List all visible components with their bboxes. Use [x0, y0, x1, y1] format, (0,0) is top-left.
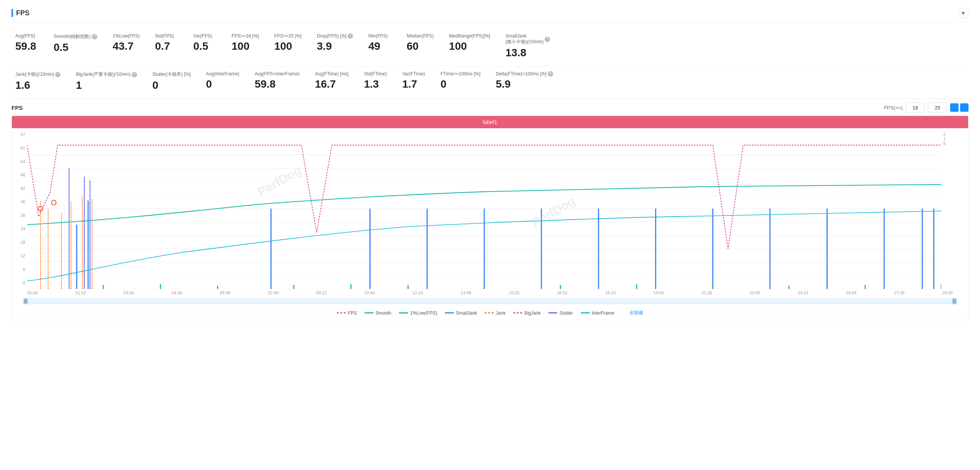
fps-chart-icon-2[interactable] [960, 103, 969, 112]
legend-label-1pctlow-legend: 1%Low(FPS) [410, 310, 437, 316]
help-icon-jank[interactable]: ? [55, 72, 60, 77]
x-axis-label: 01:32 [75, 290, 86, 295]
x-axis-label: 13:48 [461, 290, 471, 295]
metric-value-ftime-100ms: 0 [441, 78, 447, 90]
y-axis-right-label: 1 [943, 137, 964, 141]
metric-value-smalljank: 13.8 [505, 47, 526, 59]
legend-item-smalljank-legend[interactable]: SmallJank [445, 310, 477, 316]
legend-color-stutter-legend [548, 312, 557, 313]
metric-avg-fps-interframe: Avg(FPS+InterFrame)59.8 [251, 68, 311, 95]
metric-label-var-ftime: Var(FTime) [402, 71, 425, 77]
metric-value-median-fps: 60 [407, 40, 418, 52]
fps-chart-icon-1[interactable] [950, 103, 959, 112]
metric-label-1pct-low: 1%Low(FPS) [113, 33, 140, 39]
legend-item-smooth-legend[interactable]: Smooth [364, 310, 391, 316]
x-axis-label: 26:04 [846, 290, 857, 295]
legend-label-stutter-legend: Stutter [559, 310, 573, 316]
x-axis-label: 10:44 [364, 290, 375, 295]
x-axis-label: 16:52 [557, 290, 568, 295]
chart-area: 6761544842363024181260 PerfDog PerfDog [12, 128, 968, 289]
metric-avg-fps: Avg(FPS)59.8 [11, 30, 50, 62]
legend-label-fps-legend: FPS [348, 310, 357, 316]
help-icon-drop-fps[interactable]: ? [348, 33, 353, 39]
x-axis-label: 18:24 [605, 290, 616, 295]
legend-label-smooth-legend: Smooth [376, 310, 391, 316]
legend-color-interframe-legend [581, 312, 590, 313]
chart-title: FPS [11, 104, 23, 111]
chart-section: FPS FPS(>=) label1 676154484236302418126… [11, 103, 969, 320]
y-axis-left-label: 54 [14, 159, 25, 164]
chart-scrollbar[interactable] [23, 298, 957, 304]
metric-smalljank: SmallJank(微小卡顿)(/10min)?13.8 [501, 30, 562, 62]
metric-ftime-100ms: FTime>=100ms [%]0 [437, 68, 492, 95]
main-container: FPS ▼ Avg(FPS)59.8Smooth(稳帧指数)?0.51%Low(… [0, 0, 980, 328]
metric-value-drop-fps: 3.9 [317, 40, 332, 52]
metric-label-drop-fps: Drop(FPS) [/h]? [317, 33, 353, 39]
x-axis-label: 04:36 [172, 290, 182, 295]
metric-label-avg-interframe: Avg(InterFrame) [206, 71, 239, 77]
metric-label-stutter: Stutter(卡顿率) [%] [152, 71, 191, 78]
y-axis-left-label: 48 [14, 173, 25, 177]
metric-value-1pct-low: 43.7 [113, 40, 134, 52]
metric-label-min-fps: Min(FPS) [368, 33, 388, 39]
hide-all-button[interactable]: 全隐藏 [629, 310, 643, 316]
metric-label-smooth: Smooth(稳帧指数)? [54, 33, 97, 40]
metric-delta-ftime: Delta(FTime)>100ms [/h]?5.9 [492, 68, 565, 95]
metric-value-medrange-fps: 100 [449, 40, 467, 52]
metric-value-jank: 1.6 [15, 79, 30, 91]
y-axis-left-label: 36 [14, 199, 25, 204]
scroll-handle-left[interactable] [23, 298, 28, 304]
y-axis-right-label: 2 [943, 132, 964, 137]
help-icon-smooth[interactable]: ? [92, 34, 97, 39]
metric-label-fps-18: FPS>=18 [%] [232, 33, 259, 39]
help-icon-delta-ftime[interactable]: ? [548, 71, 553, 77]
metric-std-fps: Std(FPS)0.7 [151, 30, 189, 62]
metric-label-avg-fps-interframe: Avg(FPS+InterFrame) [255, 71, 299, 77]
section-header: FPS ▼ [11, 8, 969, 23]
legend-label-smalljank-legend: SmallJank [456, 310, 477, 316]
legend-label-interframe-legend: InterFrame [592, 310, 614, 316]
metrics-row-1: Avg(FPS)59.8Smooth(稳帧指数)?0.51%Low(FPS)43… [11, 30, 969, 62]
x-axis-label: 24:32 [798, 290, 808, 295]
legend-item-bigjank-legend[interactable]: BigJank [513, 310, 541, 316]
fps-threshold-1-input[interactable] [906, 103, 925, 113]
fps-icon-group [950, 103, 969, 112]
metric-value-std-fps: 0.7 [155, 40, 170, 52]
legend-item-interframe-legend[interactable]: InterFrame [581, 310, 614, 316]
collapse-button[interactable]: ▼ [958, 8, 969, 18]
scroll-handle-right[interactable] [952, 298, 957, 304]
help-icon-smalljank[interactable]: ? [545, 37, 550, 42]
fps-threshold-controls: FPS(>=) [884, 103, 969, 113]
x-axis-label: 06:08 [220, 290, 230, 295]
metric-var-ftime: Var(FTime)1.7 [399, 68, 437, 95]
legend-item-fps-legend[interactable]: FPS [337, 310, 357, 316]
metrics-row-2: Jank(卡顿)(/10min)?1.6BigJank(严重卡顿)(/10min… [11, 68, 969, 95]
x-axis-label: 23:00 [750, 290, 760, 295]
x-axis-label: 15:20 [509, 290, 519, 295]
metric-label-jank: Jank(卡顿)(/10min)? [15, 71, 60, 78]
metric-value-delta-ftime: 5.9 [496, 78, 511, 90]
help-icon-bigjank[interactable]: ? [132, 72, 137, 77]
fps-threshold-2-input[interactable] [928, 103, 947, 113]
metric-label-avg-ftime: Avg(FTime) [ms] [315, 71, 349, 77]
metric-label-delta-ftime: Delta(FTime)>100ms [/h]? [496, 71, 553, 77]
x-axis-label: 00:00 [27, 290, 38, 295]
y-axis-right: 210 [941, 128, 964, 150]
y-axis-left-label: 0 [14, 281, 25, 285]
metric-label-fps-25: FPS>=25 [%] [274, 33, 301, 39]
legend-item-jank-legend[interactable]: Jank [485, 310, 505, 316]
legend-item-1pctlow-legend[interactable]: 1%Low(FPS) [399, 310, 437, 316]
metric-value-std-ftime: 1.3 [364, 78, 379, 90]
x-axis-label: 21:28 [701, 290, 712, 295]
x-axis-label: 09:12 [316, 290, 327, 295]
metric-avg-interframe: Avg(InterFrame)0 [202, 68, 251, 95]
title-bar-accent [11, 9, 13, 17]
legend-item-stutter-legend[interactable]: Stutter [548, 310, 573, 316]
metric-value-fps-25: 100 [274, 40, 292, 52]
metric-label-std-fps: Std(FPS) [155, 33, 174, 39]
y-axis-left-label: 6 [14, 267, 25, 272]
metric-label-std-ftime: Std(FTime) [364, 71, 387, 77]
y-axis-left-label: 67 [14, 132, 25, 137]
metric-fps-25: FPS>=25 [%]100 [270, 30, 313, 62]
x-axis-label: 07:40 [268, 290, 279, 295]
